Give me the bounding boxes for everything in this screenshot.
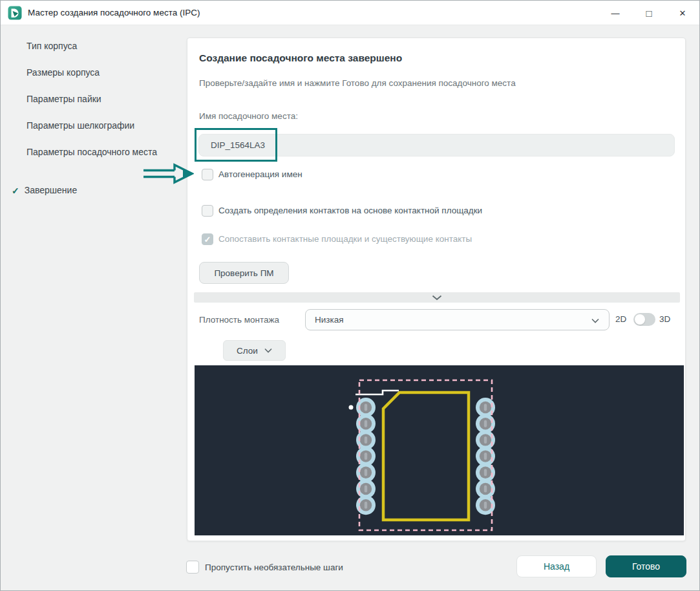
step-complete-check-icon: ✓ <box>12 185 19 197</box>
layers-dropdown-button[interactable]: Слои <box>223 340 286 361</box>
layers-label: Слои <box>237 346 258 356</box>
skip-optional-steps-checkbox[interactable] <box>186 561 199 574</box>
create-pin-definitions-label: Создать определения контактов на основе … <box>218 206 482 215</box>
wizard-window: Мастер создания посадочного места (IPC) … <box>0 0 700 591</box>
sidebar-item-package-type[interactable]: Тип корпуса <box>27 40 176 52</box>
mounting-density-label: Плотность монтажа <box>199 315 279 325</box>
app-logo-icon <box>8 6 22 20</box>
wizard-body: Тип корпуса Размеры корпуса Параметры па… <box>1 25 699 591</box>
footprint-name-input[interactable] <box>198 134 675 156</box>
chevron-down-icon <box>432 295 442 301</box>
page-title: Создание посадочного места завершено <box>199 52 402 64</box>
sidebar-item-package-size[interactable]: Размеры корпуса <box>27 67 176 79</box>
maximize-button[interactable]: □ <box>632 1 666 25</box>
sidebar-item-footprint-params[interactable]: Параметры посадочного места <box>27 146 176 158</box>
chevron-down-icon <box>264 348 272 353</box>
skip-optional-steps-label: Пропустить необязательные шаги <box>205 563 343 572</box>
sidebar-item-solder-params[interactable]: Параметры пайки <box>27 93 176 105</box>
minimize-button[interactable]: — <box>599 1 632 25</box>
window-controls: — □ ✕ <box>599 1 699 25</box>
sidebar-item-silkscreen-params[interactable]: Параметры шелкографии <box>27 120 176 132</box>
autogen-names-label: Автогенерация имен <box>218 169 302 179</box>
sidebar-item-finish[interactable]: ✓ Завершение <box>12 185 77 197</box>
pin1-dot-marker <box>349 405 354 410</box>
collapse-panel-bar[interactable] <box>194 292 680 303</box>
match-pads-label: Сопоставить контактные площадки и сущест… <box>218 234 472 244</box>
verify-footprint-button[interactable]: Проверить ПМ <box>199 262 289 284</box>
close-button[interactable]: ✕ <box>666 1 699 25</box>
view-2d-3d-toggle[interactable] <box>633 313 655 326</box>
mounting-density-value: Низкая <box>315 315 344 325</box>
mounting-density-select[interactable]: Низкая <box>305 309 610 330</box>
back-button[interactable]: Назад <box>516 555 597 577</box>
chevron-down-icon <box>591 318 599 323</box>
create-pin-definitions-checkbox[interactable] <box>202 205 213 217</box>
match-pads-checkbox <box>202 233 213 245</box>
view-2d-label: 2D <box>615 314 626 324</box>
toggle-knob <box>635 314 645 325</box>
finish-button[interactable]: Готово <box>606 555 686 577</box>
autogen-names-checkbox[interactable] <box>202 169 213 180</box>
page-subtitle: Проверьте/задайте имя и нажмите Готово д… <box>199 78 516 88</box>
window-title: Мастер создания посадочного места (IPC) <box>28 8 200 17</box>
view-3d-label: 3D <box>659 314 670 324</box>
footprint-name-label: Имя посадочного места: <box>199 111 298 121</box>
footprint-preview-canvas[interactable] <box>195 365 684 535</box>
titlebar: Мастер создания посадочного места (IPC) … <box>1 1 699 25</box>
finish-page-card: Создание посадочного места завершено Про… <box>187 38 686 541</box>
sidebar-item-finish-label: Завершение <box>25 185 77 195</box>
